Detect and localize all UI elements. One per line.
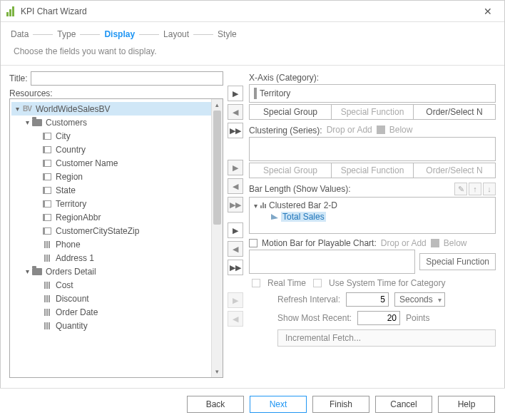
step-data[interactable]: Data bbox=[11, 29, 29, 39]
tree-field[interactable]: Territory bbox=[11, 197, 221, 210]
special-group-button[interactable]: Special Group bbox=[249, 104, 332, 120]
column-icon bbox=[44, 295, 50, 302]
value-node[interactable]: Total Sales bbox=[254, 212, 491, 222]
column-icon bbox=[44, 255, 50, 262]
tree-field[interactable]: Quantity bbox=[11, 319, 221, 332]
finish-button[interactable]: Finish bbox=[312, 396, 369, 413]
refresh-input[interactable] bbox=[346, 292, 389, 307]
tree-label: Address 1 bbox=[56, 253, 94, 263]
drop-hint-2: Drop or Add bbox=[381, 238, 427, 248]
move-up-icon[interactable]: ↑ bbox=[469, 183, 481, 195]
clustering-dropzone[interactable] bbox=[249, 137, 496, 161]
footer: Back Next Finish Cancel Help bbox=[0, 388, 505, 420]
window-title: KPI Chart Wizard bbox=[21, 6, 477, 16]
resources-label: Resources: bbox=[9, 88, 223, 98]
special-function-button: Special Function bbox=[331, 104, 414, 120]
remove-button[interactable]: ◀ bbox=[228, 104, 243, 120]
order-select-button[interactable]: Order/Select N bbox=[413, 104, 496, 120]
scroll-up-icon[interactable]: ▴ bbox=[212, 99, 223, 111]
step-layout[interactable]: Layout bbox=[163, 29, 189, 39]
field-icon bbox=[43, 200, 51, 208]
tree-field[interactable]: CustomerCityStateZip bbox=[11, 224, 221, 237]
back-button[interactable]: Back bbox=[187, 396, 244, 413]
close-icon[interactable]: ✕ bbox=[477, 6, 499, 17]
edit-icon[interactable]: ✎ bbox=[454, 183, 467, 195]
tree-field[interactable]: Phone bbox=[11, 237, 221, 251]
expand-icon[interactable]: ▾ bbox=[254, 202, 257, 210]
special-function-button-2: Special Function bbox=[331, 163, 414, 178]
tree-field[interactable]: Cost bbox=[11, 278, 221, 292]
recent-unit: Points bbox=[406, 313, 429, 323]
transfer-buttons: ▶ ◀ ▶▶ ▶ ◀ ▶▶ ▶ ◀ ▶▶ ▶ ◀ bbox=[228, 71, 245, 378]
add-button[interactable]: ▶ bbox=[228, 86, 243, 101]
recent-input[interactable] bbox=[357, 311, 400, 325]
cancel-button[interactable]: Cancel bbox=[375, 396, 432, 413]
add-all-button-2[interactable]: ▶▶ bbox=[228, 197, 243, 212]
tree-field[interactable]: Discount bbox=[11, 292, 221, 305]
xaxis-dropzone[interactable]: Territory bbox=[249, 84, 496, 103]
expand-icon[interactable]: ▾ bbox=[23, 267, 31, 275]
refresh-label: Refresh Interval: bbox=[277, 294, 340, 304]
motion-label: Motion Bar for Playable Chart: bbox=[262, 238, 377, 248]
expand-icon[interactable]: ▾ bbox=[13, 105, 21, 113]
step-display[interactable]: Display bbox=[104, 29, 135, 39]
values-dropzone[interactable]: ▾ Clustered Bar 2-D Total Sales bbox=[249, 197, 496, 234]
step-style[interactable]: Style bbox=[218, 29, 237, 39]
tree-field[interactable]: Country bbox=[11, 143, 221, 156]
help-button[interactable]: Help bbox=[438, 396, 495, 413]
tree-folder-customers[interactable]: ▾ Customers bbox=[11, 116, 221, 129]
column-icon bbox=[44, 309, 50, 316]
field-icon bbox=[43, 227, 51, 235]
bv-icon: BV bbox=[21, 104, 33, 114]
motion-dropzone[interactable] bbox=[249, 250, 415, 274]
refresh-unit-select[interactable]: Seconds bbox=[394, 292, 445, 307]
move-down-icon[interactable]: ↓ bbox=[483, 183, 496, 195]
tree-label: Region bbox=[56, 172, 83, 182]
tree-field[interactable]: Region bbox=[11, 170, 221, 183]
special-function-button-3[interactable]: Special Function bbox=[419, 253, 496, 270]
tree-root[interactable]: ▾ BV WorldWideSalesBV bbox=[11, 102, 221, 116]
tree-field[interactable]: Address 1 bbox=[11, 251, 221, 265]
column-icon bbox=[44, 322, 50, 329]
systemtime-checkbox[interactable] bbox=[313, 279, 322, 287]
tree-field[interactable]: Order Date bbox=[11, 305, 221, 319]
tree-label: Phone bbox=[56, 240, 81, 250]
column-icon bbox=[44, 241, 50, 248]
tree-field[interactable]: RegionAbbr bbox=[11, 210, 221, 224]
field-icon bbox=[43, 214, 51, 221]
chart-type-node[interactable]: ▾ Clustered Bar 2-D bbox=[254, 200, 491, 210]
tree-field[interactable]: City bbox=[11, 129, 221, 143]
tree-label: CustomerCityStateZip bbox=[56, 226, 139, 236]
tree-folder-orders[interactable]: ▾ Orders Detail bbox=[11, 265, 221, 278]
expand-icon[interactable]: ▾ bbox=[23, 118, 31, 126]
add-all-button[interactable]: ▶▶ bbox=[228, 123, 243, 138]
add-button-4: ▶ bbox=[228, 292, 243, 308]
field-icon bbox=[43, 160, 51, 167]
add-button-2[interactable]: ▶ bbox=[228, 160, 243, 175]
resources-tree[interactable]: ▾ BV WorldWideSalesBV ▾ Customers City C… bbox=[9, 98, 223, 378]
scrollbar[interactable]: ▴ ▾ bbox=[211, 99, 223, 377]
title-label: Title: bbox=[9, 73, 28, 83]
tree-field[interactable]: State bbox=[11, 183, 221, 197]
incremental-fetch-button[interactable]: Incremental Fetch... bbox=[277, 329, 496, 347]
remove-button-2[interactable]: ◀ bbox=[228, 178, 243, 194]
app-icon bbox=[6, 6, 16, 16]
remove-button-3[interactable]: ◀ bbox=[228, 241, 243, 257]
scroll-down-icon[interactable]: ▾ bbox=[212, 366, 223, 377]
clustering-label: Clustering (Series): bbox=[249, 126, 322, 135]
divider bbox=[1, 65, 504, 66]
step-type[interactable]: Type bbox=[57, 29, 76, 39]
motion-checkbox[interactable] bbox=[249, 239, 257, 247]
realtime-checkbox[interactable] bbox=[252, 279, 260, 287]
recent-label: Show Most Recent: bbox=[277, 313, 352, 323]
tree-label: Cost bbox=[56, 280, 73, 290]
add-all-button-3[interactable]: ▶▶ bbox=[228, 260, 243, 275]
add-button-3[interactable]: ▶ bbox=[228, 222, 243, 238]
next-button[interactable]: Next bbox=[250, 396, 307, 413]
title-input[interactable] bbox=[31, 71, 223, 86]
special-group-button-2: Special Group bbox=[249, 163, 332, 178]
tree-field[interactable]: Customer Name bbox=[11, 156, 221, 170]
scroll-thumb[interactable] bbox=[213, 111, 221, 225]
tree-label: City bbox=[56, 131, 71, 141]
wizard-steps: Data Type Display Layout Style bbox=[1, 22, 504, 43]
